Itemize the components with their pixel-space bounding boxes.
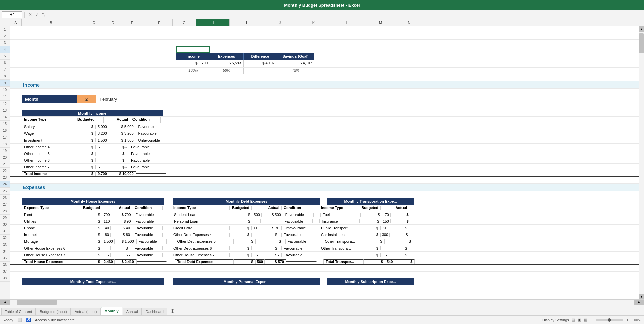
status-page-layout-icon[interactable]: ⬜ — [17, 318, 22, 322]
tab-actual-input[interactable]: Actual (Input) — [71, 308, 100, 315]
view-page-layout-icon[interactable]: ▣ — [578, 318, 581, 322]
income-row-wage: Wage $ 3,200 $ 3,200 Favourable — [10, 130, 639, 137]
zoom-out-icon[interactable]: － — [590, 317, 593, 322]
row-numbers: 1 2 3 4 5 6 7 8 9 10 11 12 13 14 15 16 1… — [0, 26, 10, 299]
col-budgeted: Budgeted — [75, 117, 97, 123]
cell-spacer — [10, 53, 176, 60]
row-8 — [10, 74, 639, 81]
food-expenses-title: Monthly Food Expenses... — [22, 278, 164, 285]
formula-divider — [24, 12, 25, 18]
scroll-left[interactable]: ◀ — [0, 300, 10, 305]
formula-input[interactable] — [48, 12, 642, 17]
col-header-N[interactable]: N — [397, 19, 421, 26]
house-expenses-title: Monthly House Expenses — [22, 198, 164, 205]
horizontal-scrollbar[interactable]: ◀ ▶ — [0, 299, 644, 305]
summary-pct-income: 100% — [176, 68, 210, 74]
expense-row-31: Internet $ 80 $ 80 Favourable Other Debt… — [10, 231, 639, 238]
col-header-G[interactable]: G — [173, 19, 196, 26]
cell-reference-box[interactable] — [2, 11, 22, 18]
col-header-D[interactable]: D — [107, 19, 119, 26]
row-13-income-title: Monthly Income — [10, 110, 639, 117]
row-14-income-cols: Income Type Budgeted Actual Condition — [10, 117, 639, 123]
expense-row-32: Mortage $ 1,500 $ 1,500 Favourable Other… — [10, 238, 639, 245]
personal-expenses-title: Monthly Personal Expen... — [173, 278, 320, 285]
zoom-in-icon[interactable]: ＋ — [626, 317, 629, 322]
zoom-slider[interactable] — [596, 319, 623, 321]
active-cell-H4[interactable] — [176, 46, 210, 53]
col-header-J[interactable]: J — [263, 19, 297, 26]
month-label: Month — [22, 95, 77, 103]
summary-val-income: $ 9,700 — [176, 60, 210, 67]
expense-row-29: Utilities $ 110 $ 90 Favourable Personal… — [10, 218, 639, 225]
monthly-income-title: Monthly Income — [22, 110, 163, 116]
expense-row-28: Rent $ 700 $ 700 Favourable Student Loan… — [10, 211, 639, 218]
summary-pct-diff — [244, 68, 277, 74]
sheet-tabs-bar: Table of Content Budgeted (Input) Actual… — [0, 305, 644, 315]
cell-spacer-3 — [10, 68, 176, 74]
cell-spacer-2 — [10, 60, 176, 67]
row-2 — [10, 33, 639, 40]
status-ready: Ready — [3, 318, 13, 322]
row-4 — [10, 46, 639, 53]
tab-monthly[interactable]: Monthly — [101, 307, 122, 315]
income-row-other4: Other Income 4 $ - $ - Favourable — [10, 144, 639, 150]
expenses-section-title: Expenses — [22, 185, 46, 190]
row-26-expense-titles: Monthly House Expenses Monthly Debt Expe… — [10, 198, 639, 205]
add-sheet-button[interactable]: ⊕ — [168, 307, 177, 315]
accessibility-text: Accessibility: Investigate — [35, 318, 75, 322]
row-6: $ 9,700 $ 5,593 $ 4,107 $ 4,107 — [10, 60, 639, 68]
app-title: Monthly Budget Spreadsheet - Excel — [284, 3, 360, 8]
tab-dashboard[interactable]: Dashboard — [142, 308, 167, 315]
month-number[interactable]: 2 — [77, 95, 96, 103]
income-row-other6: Other Income 6 $ - $ - Favourable — [10, 157, 639, 164]
subscription-expenses-title: Monthly Subscription Expe... — [327, 278, 414, 285]
accessibility-icon[interactable]: ♿ — [26, 318, 31, 322]
row-37 — [10, 272, 639, 278]
tab-annual[interactable]: Annual — [123, 308, 142, 315]
scroll-right[interactable]: ▶ — [634, 300, 644, 305]
view-normal-icon[interactable]: ▤ — [572, 318, 575, 322]
row-12 — [10, 103, 639, 110]
income-total-row: Total Income $ 9,700 $ 10,000 — [10, 170, 639, 177]
col-income-type: Income Type — [22, 117, 75, 123]
summary-header-difference: Difference — [244, 53, 277, 60]
debt-expenses-title: Monthly Debt Expenses — [173, 198, 320, 205]
expense-row-33: Other House Expenses 6 $ - $ - Favourabl… — [10, 245, 639, 252]
col-header-E[interactable]: E — [119, 19, 146, 26]
expense-row-34: Other House Expenses 7 $ - $ - Favourabl… — [10, 252, 639, 258]
function-icon[interactable]: fx — [41, 12, 46, 18]
summary-pct-expenses: 58% — [210, 68, 244, 74]
row-3 — [10, 40, 639, 46]
row-24-expenses-header: Expenses — [10, 184, 639, 191]
col-header-K[interactable]: K — [297, 19, 330, 26]
income-row-investment: Investment $ 1,500 $ 1,800 Unfavourable — [10, 137, 639, 144]
row-36 — [10, 265, 639, 272]
tab-budgeted-input[interactable]: Budgeted (Input) — [36, 308, 71, 315]
col-header-L[interactable]: L — [330, 19, 364, 26]
col-dollar — [97, 117, 104, 123]
row-1 — [10, 26, 639, 33]
zoom-level: 100% — [632, 318, 641, 322]
summary-val-savings: $ 4,107 — [277, 60, 314, 67]
income-section-title: Income — [22, 82, 41, 88]
spreadsheet-content[interactable]: Income Expenses Difference Savings (Goal… — [10, 26, 639, 299]
col-header-A[interactable]: A — [10, 19, 22, 26]
col-header-F[interactable]: F — [146, 19, 173, 26]
income-row-salary: Salary $ 5,000 $ 5,000 Favourable — [10, 123, 639, 130]
vertical-scrollbar[interactable]: ▲ ▼ — [639, 26, 644, 299]
month-name: February — [96, 95, 121, 103]
col-actual: Actual — [104, 117, 130, 123]
view-page-break-icon[interactable]: ▦ — [584, 318, 587, 322]
col-header-M[interactable]: M — [364, 19, 397, 26]
col-header-B[interactable]: B — [22, 19, 80, 26]
tab-table-of-content[interactable]: Table of Content — [1, 308, 36, 315]
col-header-C[interactable]: C — [80, 19, 107, 26]
col-header-I[interactable]: I — [230, 19, 263, 26]
expense-total-row: Total House Expenses $ 2,430 $ 2,410 Tot… — [10, 258, 639, 265]
row-38-partial-titles: Monthly Food Expenses... Monthly Persona… — [10, 278, 639, 285]
confirm-icon[interactable]: ✓ — [34, 12, 40, 17]
col-header-H[interactable]: H — [196, 19, 230, 26]
col-condition: Condition — [130, 117, 161, 123]
cancel-icon[interactable]: ✕ — [27, 12, 33, 17]
status-bar: Ready ⬜ ♿ Accessibility: Investigate Dis… — [0, 315, 644, 324]
